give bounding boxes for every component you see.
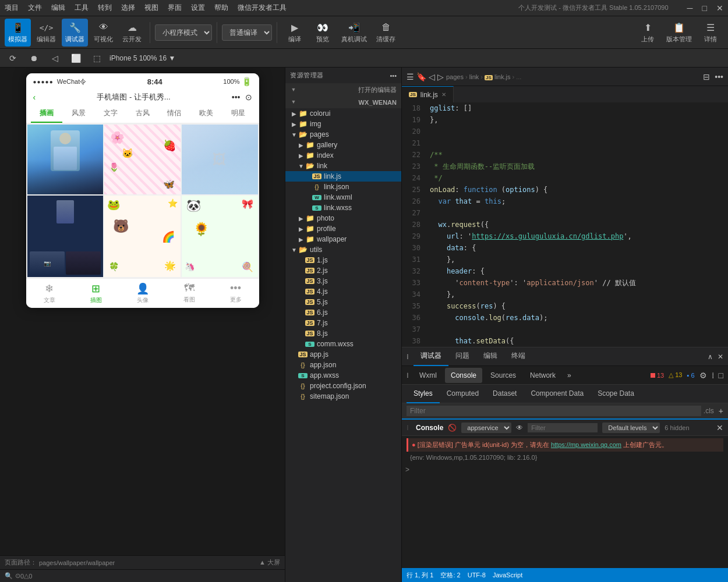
menu-item-interface[interactable]: 界面 (168, 3, 182, 13)
image-cell-5[interactable]: 🐸 ⭐ 🐻 🌈 🍀 🌟 (104, 196, 181, 277)
image-cell-1[interactable] (27, 125, 104, 194)
debugger-button[interactable]: 🔧 调试器 (62, 19, 88, 47)
file-explorer-menu-icon[interactable]: ••• (390, 72, 397, 79)
phone-tab-5[interactable]: 欧美 (190, 105, 222, 123)
tree-gallery[interactable]: ▶ 📁 gallery (285, 140, 401, 150)
clear-cache-button[interactable]: 🗑 清缓存 (373, 19, 399, 47)
console-appservice-select[interactable]: appservice (461, 423, 511, 433)
image-cell-4[interactable]: 📷 (27, 196, 104, 277)
compile-button[interactable]: ▶ 编译 (282, 19, 308, 47)
inspector-tab-styles[interactable]: Styles (407, 385, 440, 403)
menu-item-wechat[interactable]: 微信开发者工具 (238, 3, 287, 13)
tree-index[interactable]: ▶ 📁 index (285, 150, 401, 161)
tree-app-js[interactable]: JS app.js (285, 349, 401, 360)
tree-utils[interactable]: ▼ 📂 utils (285, 244, 401, 255)
tree-link-wxss[interactable]: S link.wxss (285, 203, 401, 213)
add-style-icon[interactable]: + (719, 406, 723, 416)
code-content[interactable]: gglist: [] }, /** * 生命周期函数--监听页面加载 */ on… (425, 102, 728, 347)
phone-nav-3[interactable]: 🗺 看图 (166, 282, 213, 304)
debug-collapse-icon[interactable]: ∧ (708, 353, 713, 361)
menu-item-tools[interactable]: 工具 (75, 3, 89, 13)
file-tab-close[interactable]: ✕ (441, 91, 446, 98)
window-close[interactable]: ✕ (716, 3, 723, 13)
phone-tab-4[interactable]: 情侣 (158, 105, 190, 123)
tree-1js[interactable]: JS 1.js (285, 255, 401, 265)
tree-app-json[interactable]: {} app.json (285, 360, 401, 370)
menu-item-settings[interactable]: 设置 (191, 3, 205, 13)
inspect-button[interactable]: ⬚ (89, 50, 105, 66)
menu-item-project[interactable]: 项目 (5, 3, 19, 13)
menu-item-select[interactable]: 选择 (121, 3, 135, 13)
detail-button[interactable]: ☰ 详情 (698, 19, 723, 47)
tab-back-icon[interactable]: ◁ (429, 72, 435, 81)
error-link[interactable]: https://mp.weixin.qq.com (551, 441, 621, 448)
debug-sub-tab-console[interactable]: Console (445, 368, 482, 383)
styles-filter-input[interactable] (407, 406, 701, 416)
version-button[interactable]: 📋 版本管理 (663, 19, 695, 47)
rotate-button[interactable]: ⟳ (5, 50, 21, 66)
phone-menu-icon[interactable]: ••• (232, 93, 241, 102)
tree-comm-wxss[interactable]: S comm.wxss (285, 339, 401, 349)
phone-search-icon[interactable]: ⊙ (245, 93, 252, 102)
debug-tab-edit[interactable]: 编辑 (476, 347, 504, 366)
visual-button[interactable]: 👁 可视化 (90, 19, 116, 47)
debug-sub-tab-sources[interactable]: Sources (485, 368, 522, 383)
path-expand-icon[interactable]: ▲ 大屏 (259, 558, 280, 567)
console-eye-icon[interactable]: 👁 (516, 424, 523, 432)
compile-mode-select[interactable]: 普通编译 (222, 24, 272, 41)
debug-tab-issues[interactable]: 问题 (448, 347, 476, 366)
miniprogram-mode-select[interactable]: 小程序模式 (155, 24, 212, 41)
phone-tab-2[interactable]: 文字 (94, 105, 126, 123)
tree-link-json[interactable]: {} link.json (285, 182, 401, 192)
real-debug-button[interactable]: 📲 真机调试 (338, 19, 370, 47)
editor-more-icon[interactable]: ••• (715, 72, 723, 81)
screenshot-button[interactable]: ⬜ (68, 50, 84, 66)
devtools-vertical-dots[interactable]: ⁞ (712, 371, 714, 380)
image-cell-6[interactable]: 🐼 🎀 🌻 🦄 🍭 (182, 196, 258, 277)
phone-nav-4[interactable]: ••• 更多 (213, 282, 259, 304)
simulator-button[interactable]: 📱 模拟器 (5, 19, 31, 47)
tree-link-js[interactable]: JS link.js (285, 171, 401, 182)
inspector-tab-computed[interactable]: Computed (440, 385, 486, 403)
tree-8js[interactable]: JS 8.js (285, 328, 401, 339)
back-button[interactable]: ◁ (47, 50, 63, 66)
phone-nav-2[interactable]: 👤 头像 (119, 282, 166, 304)
phone-tab-0[interactable]: 插画 (31, 105, 63, 123)
upload-button[interactable]: ⬆ 上传 (635, 19, 660, 47)
debug-tab-debugger[interactable]: 调试器 (414, 347, 448, 366)
tree-img[interactable]: ▶ 📁 img (285, 119, 401, 129)
inspector-tab-component[interactable]: Component Data (524, 385, 591, 403)
split-editor-icon[interactable]: ⊟ (703, 72, 710, 81)
image-cell-2[interactable]: 🌸 🐱 🌷 🍓 🦋 (104, 125, 181, 194)
tab-list-icon[interactable]: ☰ (407, 72, 414, 81)
debug-sub-tab-network[interactable]: Network (524, 368, 561, 383)
tree-colorui[interactable]: ▶ 📁 colorui (285, 108, 401, 119)
tree-sitemap-json[interactable]: {} sitemap.json (285, 391, 401, 402)
phone-tab-6[interactable]: 明星 (222, 105, 255, 123)
devtools-settings-icon[interactable]: ⚙ (699, 371, 707, 380)
tree-link-wxml[interactable]: W link.wxml (285, 192, 401, 203)
cloud-button[interactable]: ☁ 云开发 (119, 19, 145, 47)
menu-item-goto[interactable]: 转到 (98, 3, 112, 13)
inspector-tab-dataset[interactable]: Dataset (486, 385, 524, 403)
window-maximize[interactable]: □ (702, 3, 707, 13)
phone-nav-0[interactable]: ❄ 文章 (26, 282, 73, 304)
tab-forward-icon[interactable]: ▷ (437, 72, 444, 81)
debug-sub-tab-wxml[interactable]: Wxml (414, 368, 443, 383)
tab-bookmark-icon[interactable]: 🔖 (416, 72, 426, 81)
code-area[interactable]: 18192021222324 25262728293031 3233343536… (402, 102, 728, 347)
tree-7js[interactable]: JS 7.js (285, 318, 401, 328)
phone-nav-1[interactable]: ⊞ 插图 (73, 282, 119, 304)
menu-item-view[interactable]: 视图 (144, 3, 158, 13)
record-button[interactable]: ⏺ (26, 50, 42, 66)
window-minimize[interactable]: ─ (687, 3, 693, 13)
opened-editors-section[interactable]: 打开的编辑器 (285, 83, 401, 97)
console-clear-icon[interactable]: 🚫 (448, 424, 457, 432)
file-tree-scroll[interactable]: 打开的编辑器 WX_WENAN ▶ 📁 colorui ▶ 📁 img (285, 83, 401, 582)
tree-link[interactable]: ▼ 📂 link (285, 161, 401, 171)
active-file-tab[interactable]: JS link.js ✕ (402, 86, 454, 102)
phone-tab-3[interactable]: 古风 (126, 105, 158, 123)
tree-4js[interactable]: JS 4.js (285, 286, 401, 297)
preview-button[interactable]: 👀 预览 (310, 19, 335, 47)
menu-item-help[interactable]: 帮助 (214, 3, 228, 13)
